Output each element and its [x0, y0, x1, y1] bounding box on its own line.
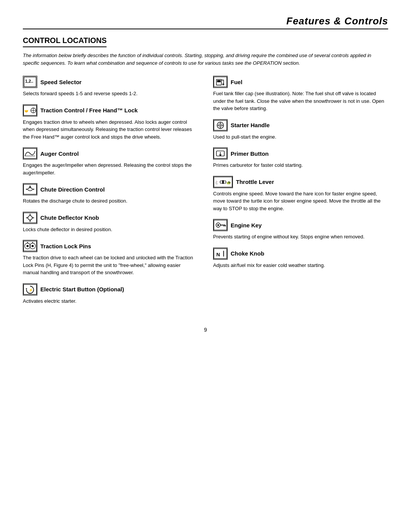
engine-key-desc: Prevents starting of engine without key.… [213, 233, 388, 241]
control-header-choke-knob: N Choke Knob [213, 248, 388, 260]
svg-rect-32 [217, 80, 220, 82]
engine-key-title: Engine Key [231, 222, 262, 228]
svg-text:⚡: ⚡ [29, 288, 33, 292]
svg-point-22 [27, 245, 29, 247]
control-item-starter-handle: Starter Handle Used to pull-start the en… [213, 119, 388, 141]
svg-marker-10 [26, 189, 28, 190]
control-item-primer-button: Primer Button Primes carburetor for fast… [213, 147, 388, 169]
traction-control-title: Traction Control / Free Hand™ Lock [40, 107, 138, 113]
control-header-auger-control: Auger Control [23, 147, 198, 160]
control-header-engine-key: Engine Key [213, 219, 388, 231]
primer-button-desc: Primes carburetor for faster cold starti… [213, 161, 388, 169]
chute-direction-title: Chute Direction Control [40, 186, 105, 193]
control-header-fuel: Fuel [213, 76, 388, 88]
svg-rect-20 [24, 241, 37, 251]
engine-key-icon [213, 219, 228, 231]
control-item-choke-knob: N Choke Knob Adjusts air/fuel mix for ea… [213, 248, 388, 269]
svg-marker-11 [33, 189, 34, 190]
control-item-electric-start: ⚡ Electric Start Button (Optional) Activ… [23, 283, 198, 305]
svg-marker-28 [26, 288, 27, 290]
throttle-lever-icon: 🐇 🐢 [213, 176, 233, 188]
starter-handle-icon [213, 119, 228, 131]
throttle-lever-desc: Controls engine speed. Move toward the h… [213, 190, 388, 212]
control-header-chute-deflector: Chute Deflector Knob [23, 212, 198, 224]
control-item-auger-control: Auger Control Engages the auger/impeller… [23, 147, 198, 176]
control-item-engine-key: Engine Key Prevents starting of engine w… [213, 219, 388, 241]
control-item-fuel: Fuel Fuel tank filler cap (see illustrat… [213, 76, 388, 112]
controls-grid: 1,2.. Speed Selector Selects forward spe… [23, 76, 388, 312]
starter-handle-desc: Used to pull-start the engine. [213, 133, 388, 141]
control-item-throttle-lever: 🐇 🐢 Throttle Lever Controls engine speed… [213, 176, 388, 212]
section-heading: CONTROL LOCATIONS [23, 36, 107, 47]
control-header-throttle-lever: 🐇 🐢 Throttle Lever [213, 176, 388, 188]
fuel-icon [213, 76, 228, 88]
primer-button-title: Primer Button [231, 150, 269, 157]
control-item-speed-selector: 1,2.. Speed Selector Selects forward spe… [23, 76, 198, 97]
svg-text:🐢: 🐢 [226, 180, 231, 185]
intro-text: The information below briefly describes … [23, 52, 388, 67]
fuel-desc: Fuel tank filler cap (see illustration).… [213, 90, 388, 112]
control-item-traction-lock: Traction Lock Pins The traction drive to… [23, 240, 198, 276]
choke-knob-icon: N [213, 248, 228, 260]
throttle-lever-title: Throttle Lever [236, 179, 274, 185]
svg-text:🤝: 🤝 [24, 109, 29, 113]
control-header-speed-selector: 1,2.. Speed Selector [23, 76, 198, 88]
speed-selector-desc: Selects forward speeds 1-5 and reverse s… [23, 90, 198, 97]
control-header-traction-lock: Traction Lock Pins [23, 240, 198, 252]
control-header-traction-control: 🤝 Traction Control / Free Hand™ Lock [23, 104, 198, 117]
fuel-title: Fuel [231, 79, 242, 85]
chute-deflector-desc: Locks chute deflector in desired positio… [23, 226, 198, 233]
page-number: 9 [23, 327, 388, 333]
left-column: 1,2.. Speed Selector Selects forward spe… [23, 76, 198, 312]
primer-button-icon [213, 147, 228, 160]
control-item-chute-deflector: Chute Deflector Knob Locks chute deflect… [23, 212, 198, 233]
speed-selector-title: Speed Selector [40, 79, 81, 85]
svg-rect-46 [222, 180, 224, 184]
svg-rect-54 [214, 248, 227, 259]
electric-start-title: Electric Start Button (Optional) [40, 286, 124, 292]
chute-direction-desc: Rotates the discharge chute to desired p… [23, 197, 198, 205]
starter-handle-title: Starter Handle [231, 122, 270, 128]
page-header-title: Features & Controls [287, 15, 389, 27]
svg-point-15 [28, 216, 32, 220]
control-header-electric-start: ⚡ Electric Start Button (Optional) [23, 283, 198, 296]
auger-control-title: Auger Control [40, 150, 79, 157]
control-header-starter-handle: Starter Handle [213, 119, 388, 131]
electric-start-desc: Activates electric starter. [23, 297, 198, 305]
control-item-traction-control: 🤝 Traction Control / Free Hand™ Lock Eng… [23, 104, 198, 141]
choke-knob-desc: Adjusts air/fuel mix for easier cold wea… [213, 262, 388, 269]
svg-marker-13 [29, 186, 31, 188]
traction-lock-title: Traction Lock Pins [40, 243, 91, 249]
control-item-chute-direction: Chute Direction Control Rotates the disc… [23, 183, 198, 205]
traction-control-icon: 🤝 [23, 104, 37, 117]
auger-control-icon [23, 147, 37, 160]
svg-text:🐇: 🐇 [214, 180, 219, 185]
svg-point-24 [32, 245, 34, 247]
traction-control-desc: Engages traction drive to wheels when de… [23, 118, 198, 141]
right-column: Fuel Fuel tank filler cap (see illustrat… [213, 76, 388, 312]
chute-deflector-icon [23, 212, 37, 224]
chute-deflector-title: Chute Deflector Knob [40, 214, 99, 221]
svg-text:1,2..: 1,2.. [25, 79, 33, 83]
svg-point-50 [217, 224, 219, 226]
traction-lock-desc: The traction drive to each wheel can be … [23, 254, 198, 276]
header-bar: Features & Controls [23, 15, 388, 29]
auger-control-desc: Engages the auger/impeller when depresse… [23, 161, 198, 176]
svg-text:N: N [217, 251, 220, 257]
control-header-chute-direction: Chute Direction Control [23, 183, 198, 195]
chute-direction-icon [23, 183, 37, 195]
control-header-primer-button: Primer Button [213, 147, 388, 160]
speed-selector-icon: 1,2.. [23, 76, 37, 88]
traction-lock-icon [23, 240, 37, 252]
choke-knob-title: Choke Knob [231, 250, 264, 257]
electric-start-icon: ⚡ [23, 283, 37, 296]
